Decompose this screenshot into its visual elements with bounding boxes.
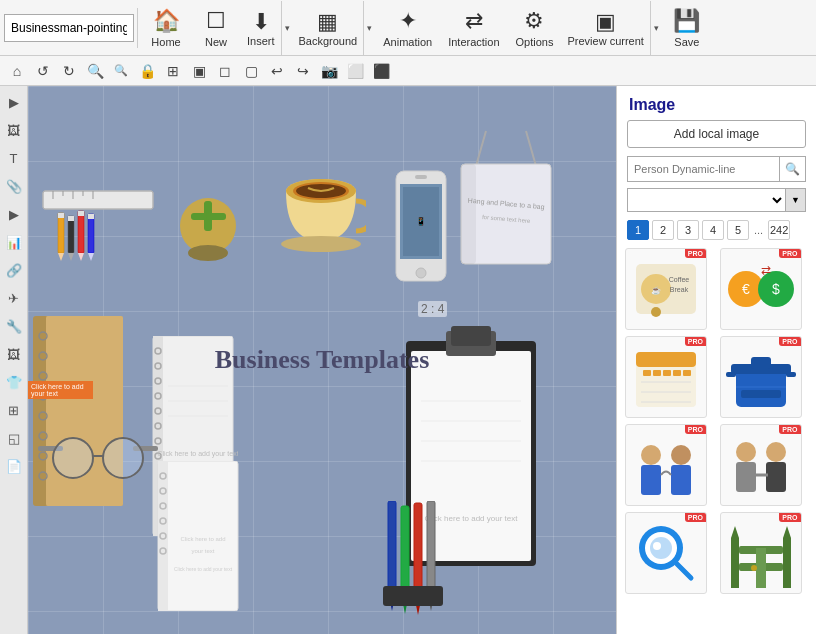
sidebar-video-icon[interactable]: ▶ — [2, 202, 26, 226]
options-button[interactable]: ⚙ Options — [508, 1, 562, 55]
sidebar-chart-icon[interactable]: 📊 — [2, 230, 26, 254]
sidebar-shirt-icon[interactable]: 👕 — [2, 370, 26, 394]
tb2-camera-btn[interactable]: 📷 — [316, 58, 342, 84]
svg-point-144 — [653, 542, 661, 550]
search-icon-button[interactable]: 🔍 — [780, 156, 806, 182]
svg-rect-25 — [206, 213, 226, 220]
pencils-ruler-obj — [38, 181, 168, 261]
tb2-undo-btn[interactable]: ↺ — [30, 58, 56, 84]
page-btn-5[interactable]: 5 — [727, 220, 749, 240]
svg-rect-77 — [451, 326, 491, 346]
image-cell-img4[interactable]: PRO — [720, 336, 802, 418]
tb2-zoom-out-btn[interactable]: 🔍 — [108, 58, 134, 84]
preview-arrow[interactable]: ▾ — [650, 1, 662, 55]
svg-text:$: $ — [772, 281, 780, 297]
sidebar-grid2-icon[interactable]: ⊞ — [2, 398, 26, 422]
preview-main[interactable]: ▣ Preview current — [561, 1, 649, 55]
tb2-select-btn[interactable]: ▢ — [238, 58, 264, 84]
image-search-input[interactable] — [627, 156, 780, 182]
background-arrow[interactable]: ▾ — [363, 1, 375, 55]
tb2-back-btn[interactable]: ↩ — [264, 58, 290, 84]
svg-rect-87 — [414, 503, 422, 595]
sidebar-img2-icon[interactable]: 🖼 — [2, 342, 26, 366]
new-label: New — [205, 36, 227, 48]
background-button-split[interactable]: ▦ Background ▾ — [293, 1, 376, 55]
sidebar-clip-icon[interactable]: 📎 — [2, 174, 26, 198]
page-btn-last[interactable]: 242 — [768, 220, 790, 240]
pagination: 12345...242 — [617, 218, 816, 244]
insert-main[interactable]: ⬇ Insert — [241, 1, 281, 55]
svg-rect-13 — [78, 211, 84, 253]
svg-text:Coffee: Coffee — [669, 276, 690, 283]
options-icon: ⚙ — [524, 8, 544, 34]
tb2-lock-btn[interactable]: 🔒 — [134, 58, 160, 84]
image-cell-img7[interactable]: PRO — [625, 512, 707, 594]
page-btn-2[interactable]: 2 — [652, 220, 674, 240]
new-button[interactable]: ☐ New — [191, 1, 241, 55]
animation-button[interactable]: ✦ Animation — [375, 1, 440, 55]
name-box[interactable] — [4, 14, 134, 42]
insert-arrow[interactable]: ▾ — [281, 1, 293, 55]
preview-button-split[interactable]: ▣ Preview current ▾ — [561, 1, 661, 55]
svg-point-72 — [103, 438, 143, 478]
sidebar-plane-icon[interactable]: ✈ — [2, 286, 26, 310]
svg-text:Click here to add your text: Click here to add your text — [174, 566, 233, 572]
canvas-title: Business Templates — [215, 345, 430, 375]
svg-line-39 — [526, 131, 536, 166]
svg-rect-85 — [401, 506, 409, 594]
save-button[interactable]: 💾 Save — [662, 1, 712, 55]
tb2-grid-btn[interactable]: ⊞ — [160, 58, 186, 84]
home-button[interactable]: 🏠 Home — [141, 1, 191, 55]
image-cell-img1[interactable]: ☕ Coffee Break PRO — [625, 248, 707, 330]
interaction-label: Interaction — [448, 36, 499, 48]
sidebar-image-icon[interactable]: 🖼 — [2, 118, 26, 142]
svg-rect-129 — [726, 372, 736, 377]
canvas-area[interactable]: 📱 Hang and Place to a bag for some text … — [28, 86, 616, 634]
page-btn-4[interactable]: 4 — [702, 220, 724, 240]
image-cell-img3[interactable]: PRO — [625, 336, 707, 418]
tb2-home-btn[interactable]: ⌂ — [4, 58, 30, 84]
save-icon: 💾 — [673, 8, 700, 34]
sidebar-text-icon[interactable]: T — [2, 146, 26, 170]
pro-badge: PRO — [779, 513, 800, 522]
background-main[interactable]: ▦ Background — [293, 1, 364, 55]
category-select[interactable] — [627, 188, 786, 212]
sidebar-link-icon[interactable]: 🔗 — [2, 258, 26, 282]
tb2-last-btn[interactable]: ⬛ — [368, 58, 394, 84]
svg-point-31 — [281, 236, 361, 252]
svg-marker-148 — [783, 526, 791, 538]
cactus-obj — [176, 181, 241, 274]
insert-button-split[interactable]: ⬇ Insert ▾ — [241, 1, 293, 55]
add-local-image-button[interactable]: Add local image — [627, 120, 806, 148]
svg-point-152 — [751, 565, 757, 571]
image-cell-img6[interactable]: PRO — [720, 424, 802, 506]
sidebar-play-icon[interactable]: ▶ — [2, 90, 26, 114]
image-cell-img2[interactable]: € $ ⇄ PRO — [720, 248, 802, 330]
page-btn-3[interactable]: 3 — [677, 220, 699, 240]
svg-marker-147 — [731, 526, 739, 538]
glasses-obj — [38, 436, 158, 489]
sidebar-doc-icon[interactable]: 📄 — [2, 454, 26, 478]
tb2-layout-btn[interactable]: ▣ — [186, 58, 212, 84]
interaction-button[interactable]: ⇄ Interaction — [440, 1, 507, 55]
options-label: Options — [516, 36, 554, 48]
svg-rect-7 — [58, 213, 64, 253]
image-cell-img5[interactable]: PRO — [625, 424, 707, 506]
category-dropdown-button[interactable]: ▼ — [786, 188, 806, 212]
tb2-redo-btn[interactable]: ↻ — [56, 58, 82, 84]
svg-rect-116 — [643, 370, 651, 376]
divider1 — [137, 8, 138, 48]
tb2-crop-btn[interactable]: ⬜ — [342, 58, 368, 84]
image-cell-img8[interactable]: PRO — [720, 512, 802, 594]
page-btn-1[interactable]: 1 — [627, 220, 649, 240]
pro-badge: PRO — [779, 425, 800, 434]
tb2-zoom-in-btn[interactable]: 🔍 — [82, 58, 108, 84]
background-label: Background — [299, 35, 358, 47]
svg-rect-145 — [731, 538, 739, 588]
svg-marker-14 — [78, 253, 84, 261]
tb2-frame-btn[interactable]: ◻ — [212, 58, 238, 84]
sidebar-tool-icon[interactable]: 🔧 — [2, 314, 26, 338]
pro-badge: PRO — [779, 249, 800, 258]
sidebar-layers-icon[interactable]: ◱ — [2, 426, 26, 450]
tb2-forward-btn[interactable]: ↪ — [290, 58, 316, 84]
